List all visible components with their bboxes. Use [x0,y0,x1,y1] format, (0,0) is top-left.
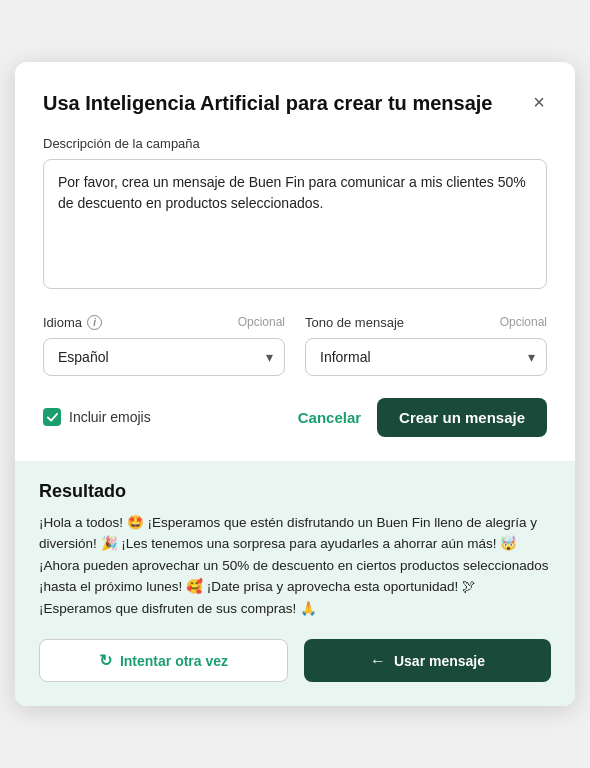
retry-icon: ↻ [99,651,112,670]
description-textarea[interactable] [43,159,547,289]
retry-button[interactable]: ↻ Intentar otra vez [39,639,288,682]
idioma-select-wrapper: Español English Français ▾ [43,338,285,376]
tono-select-wrapper: Informal Formal Amigable ▾ [305,338,547,376]
idioma-select[interactable]: Español English Français [43,338,285,376]
idioma-label-row: Idioma i Opcional [43,315,285,330]
modal-title: Usa Inteligencia Artificial para crear t… [43,90,492,116]
emoji-checkbox-label[interactable]: Incluir emojis [43,408,151,426]
idioma-label-left: Idioma i [43,315,102,330]
checkmark-icon [47,412,58,423]
use-label: Usar mensaje [394,653,485,669]
tono-select[interactable]: Informal Formal Amigable [305,338,547,376]
arrow-left-icon: ← [370,652,386,670]
close-button[interactable]: × [531,90,547,114]
tono-label: Tono de mensaje [305,315,404,330]
actions-row: Incluir emojis Cancelar Crear un mensaje [43,398,547,437]
description-label: Descripción de la campaña [43,136,547,151]
ai-message-modal: Usa Inteligencia Artificial para crear t… [15,62,575,707]
cancel-button[interactable]: Cancelar [294,401,365,434]
tono-label-row: Tono de mensaje Opcional [305,315,547,330]
buttons-right: Cancelar Crear un mensaje [294,398,547,437]
result-title: Resultado [39,481,551,502]
modal-header: Usa Inteligencia Artificial para crear t… [43,90,547,116]
retry-label: Intentar otra vez [120,653,228,669]
result-actions: ↻ Intentar otra vez ← Usar mensaje [39,639,551,706]
idioma-info-icon: i [87,315,102,330]
result-text: ¡Hola a todos! 🤩 ¡Esperamos que estén di… [39,512,551,620]
tono-optional: Opcional [500,315,547,329]
idioma-optional: Opcional [238,315,285,329]
use-message-button[interactable]: ← Usar mensaje [304,639,551,682]
create-message-button[interactable]: Crear un mensaje [377,398,547,437]
row-fields: Idioma i Opcional Español English França… [43,315,547,376]
emoji-label: Incluir emojis [69,409,151,425]
description-field-group: Descripción de la campaña [43,136,547,293]
idioma-field-group: Idioma i Opcional Español English França… [43,315,285,376]
tono-field-group: Tono de mensaje Opcional Informal Formal… [305,315,547,376]
idioma-label: Idioma [43,315,82,330]
tono-label-left: Tono de mensaje [305,315,404,330]
result-section: Resultado ¡Hola a todos! 🤩 ¡Esperamos qu… [15,461,575,707]
emoji-checkbox[interactable] [43,408,61,426]
